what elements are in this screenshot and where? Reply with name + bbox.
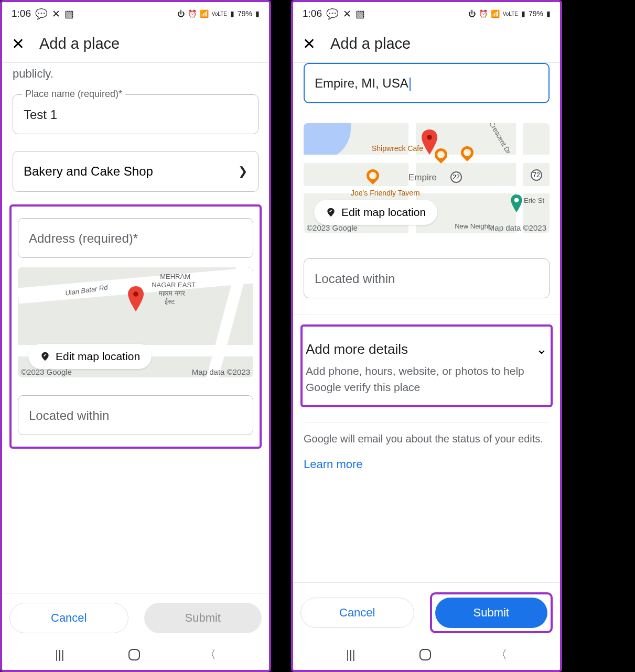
wifi-icon: 📶 — [491, 9, 500, 18]
app-bar: ✕ Add a place — [293, 25, 560, 63]
map-area-label-4: ईस्ट — [165, 298, 175, 306]
edit-map-label: Edit map location — [341, 206, 426, 219]
svg-point-1 — [514, 198, 519, 202]
recents-icon[interactable]: ||| — [55, 648, 64, 662]
map-poi-label-1: Shipwreck Cafe — [372, 144, 423, 153]
android-navbar: ||| 〈 — [2, 640, 269, 670]
map-street-1: Crescent Dr — [487, 123, 512, 155]
back-icon[interactable]: 〈 — [496, 647, 507, 663]
map-copyright: ©2023 Google — [21, 367, 72, 376]
route-badge: 22 — [450, 171, 462, 183]
flag-pin-icon — [510, 194, 523, 212]
submit-label: Submit — [185, 611, 221, 625]
details-highlight: Add more details ⌄ Add phone, hours, web… — [300, 324, 553, 407]
text-cursor — [410, 78, 411, 91]
map-pin-icon — [420, 129, 439, 155]
address-input[interactable]: Address (required)* — [18, 218, 253, 258]
add-more-details[interactable]: Add more details ⌄ Add phone, hours, web… — [303, 332, 551, 400]
battery-saver-icon: ⏻ — [177, 9, 185, 18]
place-name-value[interactable]: Test 1 — [13, 94, 259, 134]
svg-point-0 — [133, 291, 138, 297]
page-title: Add a place — [39, 35, 120, 52]
chevron-down-icon: ⌄ — [536, 341, 547, 357]
map-preview[interactable]: Shipwreck Cafe Joe's Friendly Tavern Emp… — [304, 123, 550, 233]
notification-image-icon: ▧ — [64, 8, 74, 20]
map-copyright: ©2023 Google — [307, 223, 358, 232]
route-badge-2: 72 — [531, 169, 542, 181]
address-input[interactable]: Empire, MI, USA — [304, 63, 550, 103]
located-within-input[interactable]: Located within — [304, 258, 550, 298]
submit-button[interactable]: Submit — [144, 603, 262, 633]
map-street-3: New Neighb — [455, 222, 492, 230]
category-select[interactable]: Bakery and Cake Shop ❯ — [13, 151, 259, 192]
map-area-label-1: MEHRAM — [160, 273, 190, 280]
alarm-icon: ⏰ — [188, 9, 197, 18]
edit-location-icon — [40, 351, 50, 362]
details-subtitle: Add phone, hours, website, or photos to … — [306, 363, 547, 396]
volte-label: VoLTE — [503, 11, 518, 17]
map-poi-label-2: Joe's Friendly Tavern — [351, 189, 420, 197]
home-icon[interactable] — [128, 649, 140, 660]
submit-label: Submit — [473, 606, 509, 620]
screenshot-left: 1:06 💬 ✕ ▧ ⏻ ⏰ 📶 VoLTE ▮ 79% ▮ ✕ Add a p… — [0, 0, 271, 672]
map-street-2: Erie St — [524, 197, 544, 204]
home-icon[interactable] — [419, 649, 431, 660]
app-bar: ✕ Add a place — [2, 25, 269, 63]
category-value: Bakery and Cake Shop — [24, 164, 153, 179]
close-icon[interactable]: ✕ — [12, 35, 25, 53]
submit-button[interactable]: Submit — [435, 598, 548, 628]
map-attribution: Map data ©2023 — [488, 223, 546, 232]
cancel-button[interactable]: Cancel — [9, 603, 128, 633]
notification-chat-icon: 💬 — [326, 8, 339, 20]
status-time: 1:06 — [303, 8, 322, 19]
edit-map-location-button[interactable]: Edit map location — [314, 200, 437, 225]
map-area-label-3: महरम नगर — [159, 289, 185, 298]
submit-highlight: Submit — [430, 592, 553, 633]
status-time: 1:06 — [12, 8, 31, 19]
signal-icon: ▮ — [521, 9, 525, 18]
battery-icon: ▮ — [255, 9, 260, 18]
address-highlight: Address (required)* Ulan Batar Rd MEHRAM… — [9, 204, 262, 449]
battery-icon: ▮ — [546, 9, 551, 18]
wifi-icon: 📶 — [200, 9, 209, 18]
battery-saver-icon: ⏻ — [468, 9, 476, 18]
details-title: Add more details — [306, 341, 408, 357]
cancel-label: Cancel — [51, 611, 87, 625]
restaurant-poi-icon — [364, 167, 382, 185]
svg-point-2 — [427, 135, 432, 140]
address-value: Empire, MI, USA — [315, 76, 408, 90]
status-bar: 1:06 💬 ✕ ▧ ⏻ ⏰ 📶 VoLTE ▮ 79% ▮ — [2, 2, 269, 25]
volte-label: VoLTE — [212, 11, 227, 17]
cancel-button[interactable]: Cancel — [300, 598, 414, 628]
battery-percent: 79% — [238, 9, 252, 18]
map-attribution: Map data ©2023 — [192, 367, 250, 376]
notification-chat-icon: 💬 — [35, 8, 48, 20]
place-name-field[interactable]: Place name (required)* Test 1 — [13, 94, 259, 134]
map-area-label-2: NAGAR EAST — [152, 281, 196, 289]
map-preview[interactable]: Ulan Batar Rd MEHRAM NAGAR EAST महरम नगर… — [18, 267, 253, 377]
cancel-label: Cancel — [339, 606, 375, 620]
footer-bar: Cancel Submit — [293, 582, 560, 640]
map-pin-icon — [126, 286, 145, 311]
recents-icon[interactable]: ||| — [346, 648, 355, 662]
back-icon[interactable]: 〈 — [205, 647, 216, 663]
edit-location-icon — [326, 207, 336, 218]
page-title: Add a place — [330, 35, 411, 52]
footer-bar: Cancel Submit — [2, 593, 269, 640]
notification-missed-call-icon: ✕ — [343, 8, 351, 20]
notification-image-icon: ▧ — [356, 8, 365, 20]
edit-map-location-button[interactable]: Edit map location — [28, 344, 152, 369]
status-note: Google will email you about the status o… — [300, 422, 553, 448]
located-within-input[interactable]: Located within — [18, 395, 253, 435]
close-icon[interactable]: ✕ — [303, 35, 316, 53]
alarm-icon: ⏰ — [479, 9, 488, 18]
learn-more-link[interactable]: Learn more — [300, 448, 553, 481]
divider — [293, 314, 560, 322]
place-name-label: Place name (required)* — [22, 89, 125, 100]
battery-percent: 79% — [529, 9, 543, 18]
intro-text: publicly. — [9, 63, 262, 88]
android-navbar: ||| 〈 — [293, 640, 560, 670]
screenshot-right: 1:06 💬 ✕ ▧ ⏻ ⏰ 📶 VoLTE ▮ 79% ▮ ✕ Add a p… — [291, 0, 562, 672]
edit-map-label: Edit map location — [56, 350, 140, 363]
status-bar: 1:06 💬 ✕ ▧ ⏻ ⏰ 📶 VoLTE ▮ 79% ▮ — [293, 2, 560, 25]
